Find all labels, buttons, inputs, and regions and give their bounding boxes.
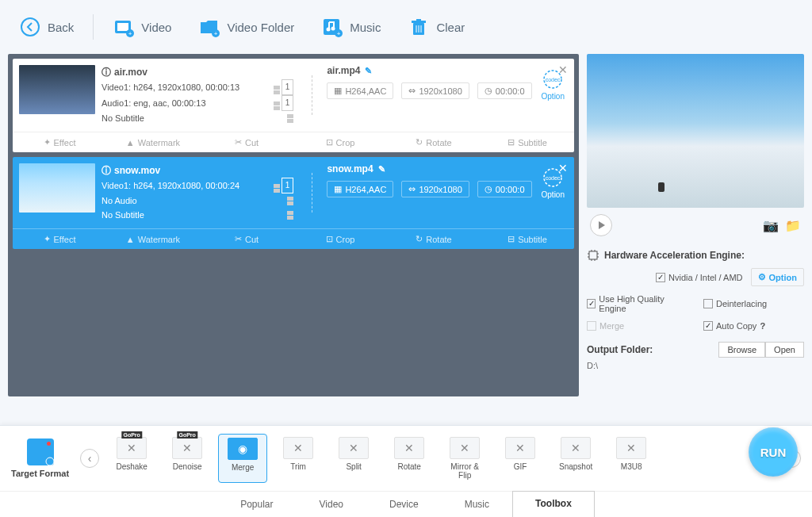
cut-button[interactable]: ✂ Cut [200, 229, 293, 249]
merge-checkbox[interactable]: Merge [587, 321, 688, 331]
tab-popular[interactable]: Popular [217, 492, 296, 517]
scroll-left-button[interactable]: ‹ [80, 449, 99, 468]
edit-icon[interactable]: ✎ [365, 66, 372, 76]
music-icon: + [321, 16, 343, 38]
gear-icon [44, 456, 56, 467]
tab-toolbox[interactable]: Toolbox [512, 491, 595, 517]
crop-button[interactable]: ⊡ Crop [293, 229, 387, 249]
output-info: air.mp4✎ ▦ H264,AAC ⇔ 1920x1080 ◷ 00:00:… [327, 65, 531, 125]
spinner-icon[interactable] [274, 184, 280, 193]
tool-split[interactable]: ✕Split [329, 434, 378, 483]
close-icon[interactable]: ✕ [558, 63, 568, 76]
help-icon[interactable]: ? [760, 321, 765, 331]
rotate-button[interactable]: ↻ Rotate [387, 229, 481, 249]
svg-text:codec: codec [546, 77, 561, 82]
video-label: Video [141, 21, 171, 34]
video-count: 1 [282, 178, 294, 193]
tab-video[interactable]: Video [297, 492, 366, 517]
top-toolbar: Back + Video + Video Folder + Music Clea… [0, 0, 812, 54]
video-count: 1 [282, 79, 294, 95]
tool-snapshot[interactable]: ✕Snapshot [551, 434, 600, 483]
back-button[interactable]: Back [8, 11, 85, 43]
hq-engine-checkbox[interactable]: Use High Quality Engine [587, 294, 688, 313]
run-button[interactable]: RUN [749, 427, 798, 477]
tool-rotate[interactable]: ✕Rotate [385, 434, 434, 483]
tool-denoise[interactable]: GoPro✕Denoise [163, 434, 212, 483]
tool-trim[interactable]: ✕Trim [274, 434, 323, 483]
trash-icon [408, 16, 430, 38]
play-button[interactable] [590, 214, 612, 236]
gear-icon: ⚙ [758, 272, 766, 282]
clear-button[interactable]: Clear [396, 11, 476, 43]
hw-vendor-checkbox[interactable]: Nvidia / Intel / AMD [656, 273, 743, 282]
back-label: Back [48, 21, 74, 34]
edit-icon[interactable]: ✎ [378, 164, 385, 174]
add-video-button[interactable]: + Video [102, 11, 182, 43]
option-label: Option [542, 190, 565, 199]
clear-label: Clear [436, 21, 465, 34]
subtitle-label: No Subtitle [102, 208, 144, 222]
back-icon [19, 16, 41, 38]
effect-button[interactable]: ✦ Effect [13, 132, 106, 152]
subtitle-label: No Subtitle [102, 111, 144, 125]
open-button[interactable]: Open [765, 342, 804, 358]
resolution-chip: ⇔ 1920x1080 [401, 82, 469, 99]
tab-device[interactable]: Device [366, 492, 442, 517]
audio-count: 1 [282, 95, 294, 111]
spinner-icon[interactable] [274, 101, 280, 110]
browse-button[interactable]: Browse [718, 342, 765, 358]
category-tabs: PopularVideoDeviceMusicToolbox [0, 491, 812, 517]
audio-track-label: No Audio [102, 193, 137, 208]
spinner-icon[interactable] [287, 197, 293, 205]
cut-button[interactable]: ✂ Cut [200, 132, 293, 152]
file-list: ✕ ⓘair.mov Video1: h264, 1920x1080, 00:0… [8, 54, 579, 396]
camera-icon[interactable]: 📷 [763, 218, 779, 233]
tool-gif[interactable]: ✕GIF [496, 434, 545, 483]
rotate-button[interactable]: ↻ Rotate [387, 132, 481, 152]
tool-m-u-[interactable]: ✕M3U8 [607, 434, 656, 483]
watermark-button[interactable]: ▲ Watermark [106, 229, 200, 249]
watermark-button[interactable]: ▲ Watermark [106, 132, 200, 152]
source-info: ⓘsnow.mov Video1: h264, 1920x1080, 00:00… [102, 163, 298, 222]
target-format-button[interactable]: Target Format [11, 438, 69, 478]
info-icon: ⓘ [102, 163, 111, 178]
add-video-folder-button[interactable]: + Video Folder [187, 11, 305, 43]
add-music-button[interactable]: + Music [310, 11, 392, 43]
codec-chip: ▦ H264,AAC [327, 82, 393, 99]
tab-music[interactable]: Music [442, 492, 512, 517]
subtitle-button[interactable]: ⊟ Subtitle [481, 229, 574, 249]
close-icon[interactable]: ✕ [558, 162, 568, 174]
file-card[interactable]: ✕ ⓘsnow.mov Video1: h264, 1920x1080, 00:… [13, 157, 574, 249]
thumbnail [19, 163, 95, 213]
output-folder-path: D:\ [587, 361, 804, 370]
effect-button[interactable]: ✦ Effect [13, 229, 106, 249]
output-folder-label: Output Folder: [587, 344, 653, 355]
deinterlacing-checkbox[interactable]: Deinterlacing [703, 294, 804, 313]
spinner-icon[interactable] [274, 86, 280, 94]
svg-point-31 [46, 458, 54, 465]
svg-rect-13 [412, 21, 426, 23]
tool-mirror-flip[interactable]: ✕Mirror & Flip [440, 434, 489, 483]
video-preview [587, 54, 804, 208]
option-label: Option [542, 92, 565, 101]
folder-icon[interactable]: 📁 [785, 218, 801, 233]
hw-option-button[interactable]: ⚙Option [751, 268, 804, 286]
spinner-icon[interactable] [287, 211, 293, 220]
tool-merge[interactable]: ◉Merge [218, 434, 267, 483]
svg-text:+: + [214, 30, 218, 37]
video-track-label: Video1: h264, 1920x1080, 00:00:24 [102, 178, 239, 193]
target-format-icon [27, 438, 54, 465]
music-label: Music [350, 21, 381, 34]
resolution-chip: ⇔ 1920x1080 [401, 181, 469, 197]
crop-button[interactable]: ⊡ Crop [293, 132, 387, 152]
thumbnail [19, 65, 95, 114]
video-folder-icon: + [198, 16, 220, 38]
source-info: ⓘair.mov Video1: h264, 1920x1080, 00:00:… [102, 65, 298, 125]
auto-copy-checkbox[interactable]: Auto Copy ? [703, 321, 804, 331]
tool-deshake[interactable]: GoPro✕Deshake [107, 434, 156, 483]
svg-text:codec: codec [546, 175, 561, 181]
duration-chip: ◷ 00:00:0 [477, 181, 532, 197]
file-card[interactable]: ✕ ⓘair.mov Video1: h264, 1920x1080, 00:0… [13, 59, 574, 152]
spinner-icon[interactable] [287, 114, 293, 123]
subtitle-button[interactable]: ⊟ Subtitle [481, 132, 574, 152]
